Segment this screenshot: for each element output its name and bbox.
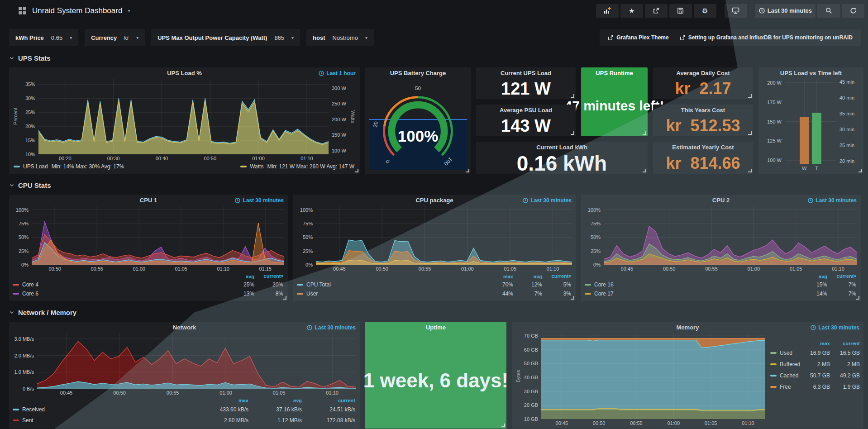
star-button[interactable]: ★ xyxy=(620,4,643,18)
variable-kwh-price[interactable]: kWh Price 0.65 ▾ xyxy=(9,29,78,46)
legend-sort-header[interactable]: current▾ xyxy=(827,273,856,279)
legend-sort-header[interactable]: current xyxy=(830,341,860,346)
add-panel-button[interactable] xyxy=(596,4,619,18)
legend-series-toggle[interactable]: Sent xyxy=(13,417,195,424)
panel-time-badge[interactable]: Last 30 minutes xyxy=(808,197,857,204)
legend-row[interactable]: Free6.3 GB1.9 GB xyxy=(770,381,860,392)
variable-ups-max-output[interactable]: UPS Max Output Power Capacity (Watt) 865… xyxy=(151,29,300,46)
time-range-picker[interactable]: Last 30 minutes xyxy=(755,4,816,18)
legend-sort-header[interactable]: avg xyxy=(513,274,542,279)
legend-sort-header[interactable]: current▾ xyxy=(542,273,571,279)
refresh-button[interactable] xyxy=(842,4,864,18)
legend-row[interactable]: Cached50.7 GB49.2 GB xyxy=(770,370,860,381)
legend-series-toggle[interactable]: Core 4 xyxy=(13,281,225,288)
variable-host[interactable]: host Nostromo ▾ xyxy=(306,29,374,46)
legend-row[interactable]: Received433.60 kB/s37.16 kB/s24.51 kB/s xyxy=(13,404,355,415)
panel-resize-handle[interactable] xyxy=(643,131,646,135)
legend-series-toggle[interactable]: Buffered xyxy=(770,361,800,367)
legend-series-toggle[interactable]: CPU Total xyxy=(297,281,484,288)
gauge: 02050100100% xyxy=(369,79,467,170)
legend-value: 15% xyxy=(798,281,827,288)
panel-resize-handle[interactable] xyxy=(858,169,862,172)
cycle-view-button[interactable] xyxy=(725,4,747,18)
legend-series-toggle[interactable]: UPS LoadMin: 14% Max: 30% Avg: 17% xyxy=(14,163,124,170)
legend-series-toggle[interactable]: Core 6 xyxy=(13,291,225,297)
legend-sort-header[interactable]: avg xyxy=(225,274,254,279)
panel-average-psu-load: Average PSU Load 143 W xyxy=(476,105,576,136)
panel-resize-handle[interactable] xyxy=(748,94,752,98)
legend-row[interactable]: Core 1714%7% xyxy=(585,289,856,298)
section-ups-stats[interactable]: UPS Stats xyxy=(9,53,868,63)
chart-plot[interactable]: 00:4500:5000:5501:0001:0501:10 xyxy=(541,333,765,419)
legend-sort-header[interactable]: avg xyxy=(798,274,827,279)
legend-series-toggle[interactable]: Received xyxy=(13,406,195,413)
legend-series-toggle[interactable]: Cached xyxy=(770,372,800,379)
legend-sort-header[interactable]: max xyxy=(195,398,248,403)
time-zoom-out-button[interactable] xyxy=(817,4,840,18)
axis-tick-label: 01:00 xyxy=(252,156,265,161)
link-grafana-influxdb-guide[interactable]: Setting up Grafana and InfluxDB for UPS … xyxy=(674,34,858,41)
panel-resize-handle[interactable] xyxy=(856,296,859,300)
legend-sort-header[interactable]: max xyxy=(800,341,830,346)
axis-tick-label: 30 GB xyxy=(524,389,538,394)
legend-color-dash xyxy=(770,352,777,354)
legend-row[interactable]: Used16.9 GB16.5 GB xyxy=(770,347,860,358)
variable-currency[interactable]: Currency kr ▾ xyxy=(85,29,145,46)
legend-row[interactable]: Sent2.80 MB/s1.12 MB/s172.08 kB/s xyxy=(13,415,355,426)
panel-resize-handle[interactable] xyxy=(571,296,574,300)
chart-plot[interactable]: 00:4500:5000:5501:0001:0501:10 xyxy=(604,206,857,265)
panel-title: UPS Load % xyxy=(9,67,360,79)
panel-time-badge[interactable]: Last 30 minutes xyxy=(523,197,572,204)
legend-series-name: Core 16 xyxy=(594,281,614,288)
panel-time-badge[interactable]: Last 30 minutes xyxy=(811,324,859,331)
settings-button[interactable]: ⚙ xyxy=(694,4,716,18)
legend-sort-header[interactable]: max xyxy=(484,274,513,279)
panel-resize-handle[interactable] xyxy=(283,296,286,300)
legend-series-toggle[interactable]: Core 17 xyxy=(585,291,798,297)
page-title: Unraid System Dashboard xyxy=(32,6,122,15)
legend-row[interactable]: Core 425%20% xyxy=(13,280,283,289)
save-button[interactable] xyxy=(669,4,692,18)
axis-tick-label: 01:10 xyxy=(742,420,754,426)
axis-tick-label: 00:55 xyxy=(167,390,179,396)
legend-sort-header[interactable]: current▾ xyxy=(254,273,283,279)
legend-series-toggle[interactable]: Used xyxy=(770,350,800,356)
panel-network: Network Last 30 minutes 3.0 MB/s2.0 MB/s… xyxy=(9,322,360,429)
panel-time-badge[interactable]: Last 1 hour xyxy=(319,70,356,76)
time-badge-label: Last 30 minutes xyxy=(243,197,284,204)
panel-resize-handle[interactable] xyxy=(355,169,358,172)
panel-time-badge[interactable]: Last 30 minutes xyxy=(307,324,356,331)
legend-series-toggle[interactable]: Core 16 xyxy=(585,281,798,288)
chart-plot[interactable]: 00:4500:5000:5501:0001:0501:10 xyxy=(316,206,572,265)
legend-series-toggle[interactable]: User xyxy=(297,291,484,297)
section-network-memory[interactable]: Network / Memory xyxy=(9,307,868,317)
panel-time-badge[interactable]: Last 30 minutes xyxy=(235,197,284,204)
axis-tick-label: 35% xyxy=(25,81,35,87)
legend-row[interactable]: CPU Total70%12%5% xyxy=(297,280,571,289)
panel-resize-handle[interactable] xyxy=(571,131,574,135)
panel-resize-handle[interactable] xyxy=(748,169,752,172)
axis-tick-label: 00:55 xyxy=(705,266,718,272)
chart-plot[interactable]: 00:2000:3000:4000:5001:0001:10 xyxy=(38,79,329,154)
legend-row[interactable]: Core 1615%7% xyxy=(585,280,856,289)
legend-row[interactable]: User44%7%3% xyxy=(297,289,571,298)
legend-series-toggle[interactable]: Free xyxy=(770,384,800,390)
section-cpu-stats[interactable]: CPU Stats xyxy=(9,180,868,190)
chart-plot[interactable]: 00:5000:5501:0001:0501:1001:15 xyxy=(32,206,284,265)
legend-series-toggle[interactable]: WattsMin: 121 W Max: 260 W Avg: 147 W xyxy=(240,163,354,170)
axis-tick-label: 00:30 xyxy=(107,156,120,161)
legend-sort-header[interactable]: avg xyxy=(248,398,302,403)
panel-resize-handle[interactable] xyxy=(501,424,505,427)
legend-value: 6.3 GB xyxy=(800,384,830,390)
legend-row[interactable]: Core 613%8% xyxy=(13,289,283,298)
panel-resize-handle[interactable] xyxy=(643,169,646,172)
panel-resize-handle[interactable] xyxy=(748,131,752,135)
link-grafana-plex-theme[interactable]: Grafana Plex Theme xyxy=(602,34,674,41)
chart-plot[interactable]: 00:4500:5000:5501:0001:0501:10 xyxy=(37,333,356,389)
legend-row[interactable]: Buffered2 MB2 MB xyxy=(770,358,860,370)
chart-plot[interactable]: WT xyxy=(785,79,836,164)
legend-sort-header[interactable]: current xyxy=(302,398,355,403)
cpu1-chart: 100%75%50%25%0%00:5000:5501:0001:0501:10… xyxy=(9,206,288,301)
dashboard-title-dropdown[interactable]: Unraid System Dashboard ▾ xyxy=(18,6,130,15)
share-button[interactable] xyxy=(645,4,668,18)
